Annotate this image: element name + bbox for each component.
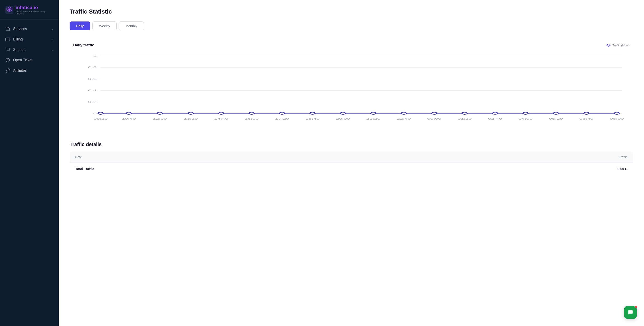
svg-text:14:40: 14:40 [214, 117, 228, 120]
svg-point-29 [340, 112, 345, 114]
svg-point-22 [126, 112, 131, 114]
svg-point-21 [98, 112, 103, 114]
main-content: Traffic Statistic Daily Weekly Monthly D… [59, 0, 644, 326]
legend-line-icon [606, 44, 611, 47]
svg-text:13:20: 13:20 [184, 117, 198, 120]
open-ticket-label: Open Ticket [13, 58, 53, 62]
credit-card-icon [6, 37, 10, 42]
billing-label: Billing [13, 37, 48, 41]
svg-point-24 [188, 112, 193, 114]
total-traffic-label: Total Traffic [70, 163, 401, 175]
page-title: Traffic Statistic [70, 8, 633, 15]
period-tabs: Daily Weekly Monthly [70, 22, 633, 30]
chart-container: 1 0.8 0.6 0.4 0.2 0 [70, 51, 633, 129]
svg-point-37 [584, 112, 589, 114]
svg-text:00:00: 00:00 [427, 117, 441, 120]
svg-text:0.2: 0.2 [88, 101, 97, 104]
total-traffic-value: 0.00 B [401, 163, 633, 175]
svg-point-32 [432, 112, 436, 114]
svg-text:22:40: 22:40 [397, 117, 411, 120]
svg-rect-4 [6, 28, 10, 31]
chat-badge [634, 305, 638, 308]
svg-point-36 [554, 112, 558, 114]
svg-point-31 [401, 112, 406, 114]
svg-text:02:40: 02:40 [488, 117, 502, 120]
svg-point-7 [6, 58, 10, 62]
svg-point-25 [219, 112, 224, 114]
question-circle-icon [6, 58, 10, 62]
svg-point-34 [492, 112, 498, 114]
svg-point-26 [249, 112, 254, 114]
chart-title: Daily traffic [73, 43, 94, 48]
infatica-logo-icon [6, 6, 13, 14]
col-traffic: Traffic [401, 152, 633, 163]
legend-traffic: Traffic (Mb/s) [606, 44, 630, 47]
table-header-row: Date Traffic [70, 152, 633, 163]
svg-text:21:20: 21:20 [366, 117, 380, 120]
svg-text:0.4: 0.4 [88, 89, 97, 92]
sidebar: infatica.io Global Peer-to-Business Prox… [0, 0, 59, 326]
legend-label: Traffic (Mb/s) [612, 44, 630, 47]
svg-point-35 [523, 112, 528, 114]
svg-text:12:00: 12:00 [153, 117, 167, 120]
svg-text:08:00: 08:00 [610, 117, 624, 120]
svg-point-38 [614, 112, 619, 114]
svg-text:20:00: 20:00 [336, 117, 350, 120]
billing-chevron: ⌄ [51, 38, 53, 41]
traffic-chart: 1 0.8 0.6 0.4 0.2 0 [70, 51, 633, 128]
svg-text:0.8: 0.8 [88, 66, 97, 69]
services-chevron: ⌄ [51, 27, 53, 31]
svg-point-23 [157, 112, 162, 114]
traffic-details-title: Traffic details [70, 142, 633, 147]
support-chevron: ⌄ [51, 48, 53, 51]
sidebar-nav: Services ⌄ Billing ⌄ Support ⌄ [0, 20, 59, 326]
col-date: Date [70, 152, 401, 163]
sidebar-item-open-ticket[interactable]: Open Ticket [0, 55, 59, 65]
logo-subtitle: Global Peer-to-Business Proxy Network [16, 11, 53, 15]
svg-text:1: 1 [93, 55, 96, 58]
support-label: Support [13, 48, 48, 52]
svg-text:09:20: 09:20 [94, 117, 108, 120]
svg-text:0.6: 0.6 [88, 78, 97, 81]
chat-bubble-icon [6, 48, 10, 52]
tab-monthly[interactable]: Monthly [119, 22, 144, 30]
affiliates-label: Affiliates [13, 69, 53, 73]
sidebar-item-affiliates[interactable]: Affiliates [0, 65, 59, 76]
svg-text:06:40: 06:40 [579, 117, 594, 120]
svg-point-30 [371, 112, 376, 114]
svg-point-27 [280, 112, 284, 114]
svg-text:0: 0 [93, 112, 96, 115]
sidebar-item-support[interactable]: Support ⌄ [0, 45, 59, 55]
logo-area: infatica.io Global Peer-to-Business Prox… [0, 0, 59, 20]
traffic-details-section: Traffic details Date Traffic Total Traff… [70, 142, 633, 175]
tab-daily[interactable]: Daily [70, 22, 90, 30]
chart-header: Daily traffic Traffic (Mb/s) [70, 43, 633, 51]
svg-text:05:20: 05:20 [549, 117, 563, 120]
svg-rect-5 [6, 38, 10, 41]
svg-text:17:20: 17:20 [275, 117, 289, 120]
svg-text:10:40: 10:40 [122, 117, 136, 120]
sidebar-item-billing[interactable]: Billing ⌄ [0, 34, 59, 45]
svg-text:04:00: 04:00 [518, 117, 532, 120]
chart-legend: Traffic (Mb/s) [606, 44, 630, 47]
svg-point-28 [310, 112, 315, 114]
sidebar-item-services[interactable]: Services ⌄ [0, 24, 59, 34]
logo-text: infatica.io [16, 5, 53, 10]
svg-point-33 [462, 112, 467, 114]
link-icon [6, 68, 10, 73]
table-row: Total Traffic 0.00 B [70, 163, 633, 175]
svg-text:01:20: 01:20 [458, 117, 472, 120]
services-label: Services [13, 27, 48, 31]
chat-button[interactable] [624, 306, 637, 319]
chat-icon [628, 309, 634, 315]
tab-weekly[interactable]: Weekly [92, 22, 116, 30]
traffic-table: Date Traffic Total Traffic 0.00 B [70, 151, 633, 175]
chart-section: Daily traffic Traffic (Mb/s) 1 0.8 [70, 38, 633, 133]
svg-text:18:40: 18:40 [306, 117, 320, 120]
svg-text:16:00: 16:00 [244, 117, 258, 120]
briefcase-icon [6, 27, 10, 31]
